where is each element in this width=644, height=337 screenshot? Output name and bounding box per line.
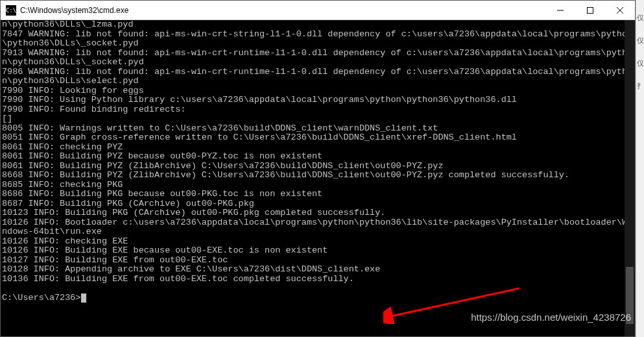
cursor: [81, 293, 86, 303]
prompt-text: C:\Users\a7236>: [2, 293, 81, 303]
strip-char-3: 仅: [636, 58, 644, 68]
window-title: C:\Windows\system32\cmd.exe: [20, 6, 545, 15]
cmd-window: C:\ C:\Windows\system32\cmd.exe n\python…: [0, 0, 636, 337]
close-button[interactable]: [605, 1, 635, 19]
maximize-button[interactable]: [575, 1, 605, 19]
strip-char-2: 仅: [636, 36, 644, 45]
minimize-button[interactable]: [545, 1, 575, 19]
titlebar[interactable]: C:\ C:\Windows\system32\cmd.exe: [1, 1, 635, 20]
terminal-output[interactable]: n\python36\DLLs\_lzma.pyd 7847 WARNING: …: [1, 20, 635, 336]
right-sidebar-strip: 仅 仅 仅 扌: [636, 0, 644, 337]
watermark-text: https://blog.csdn.net/weixin_4238726: [471, 313, 631, 323]
scrollbar-track[interactable]: [625, 20, 635, 336]
strip-char-4: 扌: [636, 81, 644, 91]
window-controls: [545, 1, 635, 19]
strip-char-1: 仅: [636, 13, 644, 23]
prompt-line: C:\Users\a7236>: [2, 293, 86, 303]
cmd-icon: C:\: [6, 5, 16, 16]
terminal-text: n\python36\DLLs\_lzma.pyd 7847 WARNING: …: [2, 20, 632, 284]
svg-rect-1: [588, 7, 593, 13]
